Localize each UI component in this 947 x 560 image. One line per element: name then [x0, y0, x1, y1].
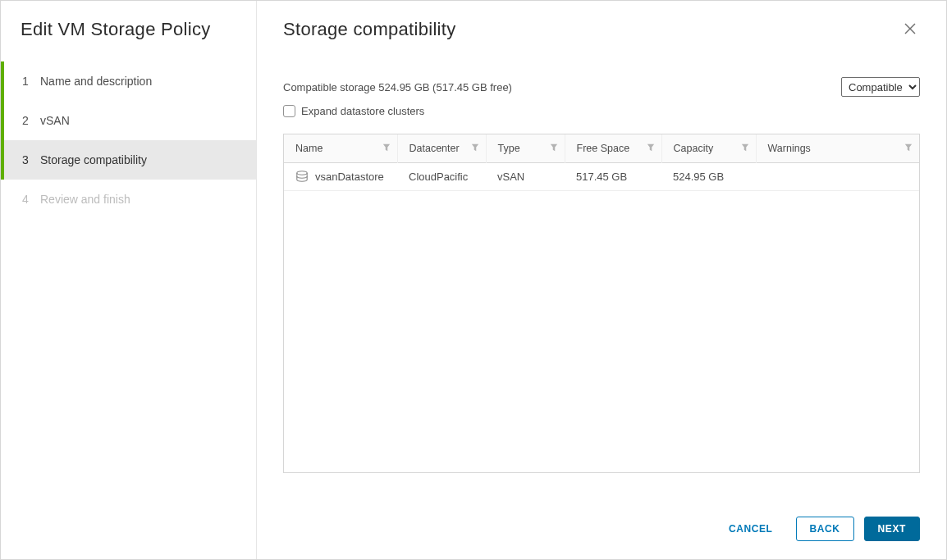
cell-capacity: 524.95 GB	[661, 162, 756, 190]
filter-icon[interactable]	[471, 143, 479, 153]
wizard-steps: 1 Name and description 2 vSAN 3 Storage …	[1, 61, 256, 219]
content-header: Storage compatibility	[283, 19, 920, 41]
col-header-free-space[interactable]: Free Space	[565, 134, 661, 162]
cell-free-space: 517.45 GB	[565, 162, 661, 190]
wizard-step-review-finish: 4 Review and finish	[1, 180, 256, 219]
filter-icon[interactable]	[904, 143, 913, 153]
col-label: Name	[295, 143, 323, 154]
col-header-warnings[interactable]: Warnings	[756, 134, 919, 162]
col-label: Datacenter	[409, 143, 460, 154]
datastore-icon	[295, 171, 309, 182]
col-label: Capacity	[674, 143, 714, 154]
cell-name: vsanDatastore	[284, 162, 397, 190]
expand-datastore-clusters-checkbox[interactable]	[283, 105, 295, 117]
filter-icon[interactable]	[741, 143, 749, 153]
expand-clusters-row: Expand datastore clusters	[283, 105, 920, 117]
table-header-row: Name Datacenter Type	[284, 134, 919, 162]
datastore-name: vsanDatastore	[315, 171, 384, 183]
step-number: 3	[22, 153, 40, 166]
datastore-table-container: Name Datacenter Type	[283, 134, 920, 473]
step-number: 4	[22, 193, 40, 206]
cell-warnings	[756, 162, 919, 190]
step-label: Name and description	[40, 75, 152, 88]
back-button[interactable]: BACK	[796, 517, 854, 541]
wizard-step-storage-compatibility[interactable]: 3 Storage compatibility	[1, 140, 256, 180]
close-button[interactable]	[900, 19, 920, 41]
summary-row: Compatible storage 524.95 GB (517.45 GB …	[283, 77, 920, 97]
wizard-footer: CANCEL BACK NEXT	[283, 500, 920, 559]
step-label: vSAN	[40, 114, 70, 127]
wizard-sidebar: Edit VM Storage Policy 1 Name and descri…	[1, 1, 257, 559]
col-header-type[interactable]: Type	[486, 134, 565, 162]
wizard-step-name-description[interactable]: 1 Name and description	[1, 61, 256, 101]
step-label: Review and finish	[40, 193, 130, 206]
col-label: Warnings	[768, 143, 811, 154]
col-header-capacity[interactable]: Capacity	[661, 134, 756, 162]
compatible-storage-summary: Compatible storage 524.95 GB (517.45 GB …	[283, 81, 512, 93]
cell-type: vSAN	[486, 162, 565, 190]
wizard-step-vsan[interactable]: 2 vSAN	[1, 101, 256, 140]
col-header-name[interactable]: Name	[284, 134, 397, 162]
dialog: Edit VM Storage Policy 1 Name and descri…	[0, 0, 947, 560]
step-number: 2	[22, 114, 40, 127]
datastore-table: Name Datacenter Type	[284, 134, 919, 191]
close-icon	[904, 22, 917, 39]
cell-datacenter: CloudPacific	[397, 162, 486, 190]
col-label: Type	[498, 143, 520, 154]
step-label: Storage compatibility	[40, 153, 147, 166]
next-button[interactable]: NEXT	[864, 517, 920, 541]
page-title: Storage compatibility	[283, 19, 456, 40]
wizard-title: Edit VM Storage Policy	[1, 19, 256, 61]
compatibility-filter-select[interactable]: Compatible	[841, 77, 920, 97]
filter-icon[interactable]	[550, 143, 558, 153]
svg-point-2	[297, 171, 307, 175]
cancel-button[interactable]: CANCEL	[716, 517, 786, 541]
filter-icon[interactable]	[382, 143, 391, 153]
col-header-datacenter[interactable]: Datacenter	[397, 134, 486, 162]
wizard-content: Storage compatibility Compatible storage…	[257, 1, 946, 559]
col-label: Free Space	[577, 143, 630, 154]
step-number: 1	[22, 75, 40, 88]
table-row[interactable]: vsanDatastore CloudPacific vSAN 517.45 G…	[284, 162, 919, 190]
expand-datastore-clusters-label[interactable]: Expand datastore clusters	[301, 105, 424, 117]
filter-icon[interactable]	[647, 143, 655, 153]
